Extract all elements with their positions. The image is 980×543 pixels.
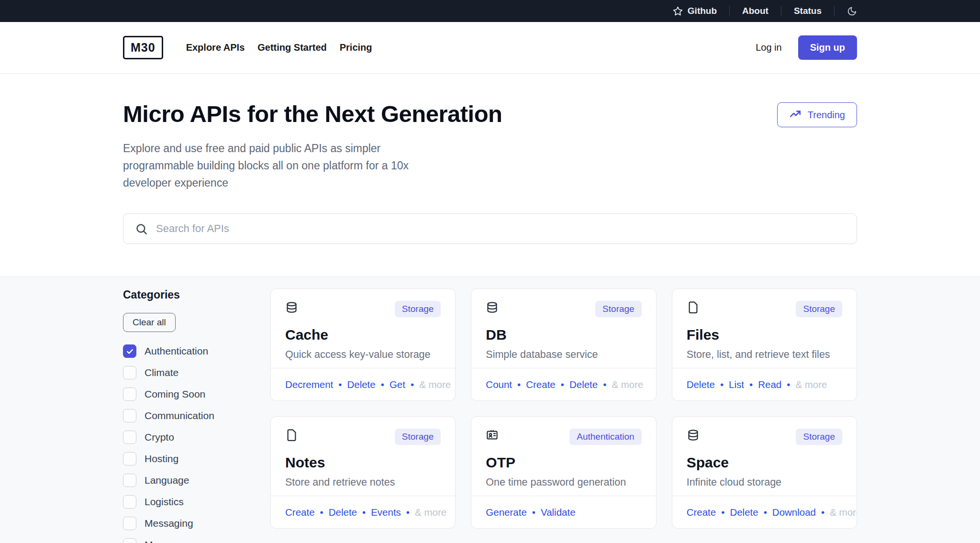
signup-button[interactable]: Sign up [798, 35, 857, 60]
category-row-crypto[interactable]: Crypto [123, 431, 251, 444]
category-label: Language [145, 475, 189, 486]
api-action-link[interactable]: Download [772, 507, 816, 518]
trending-button[interactable]: Trending [777, 102, 857, 127]
dot-separator: • [561, 379, 564, 390]
api-action-link[interactable]: Decrement [285, 379, 333, 390]
api-action-link[interactable]: Get [390, 379, 405, 390]
header: M30 Explore APIs Getting Started Pricing… [0, 22, 980, 74]
category-row-authentication[interactable]: Authentication [123, 344, 251, 358]
github-link[interactable]: Github [673, 6, 717, 16]
star-icon [673, 6, 683, 16]
api-title: OTP [486, 454, 641, 471]
hero-section: Micro APIs for the Next Generation Explo… [0, 74, 980, 244]
page-title: Micro APIs for the Next Generation [123, 100, 502, 127]
dot-separator: • [720, 379, 724, 390]
api-card-notes[interactable]: Storage Notes Store and retrieve notes C… [270, 416, 456, 529]
status-link[interactable]: Status [794, 6, 822, 16]
category-row-communication[interactable]: Communication [123, 409, 251, 422]
api-actions: Generate•Validate [471, 496, 656, 528]
category-row-coming-soon[interactable]: Coming Soon [123, 388, 251, 401]
more-label: & more [830, 507, 857, 518]
category-row-language[interactable]: Language [123, 474, 251, 487]
page-subtitle: Explore and use free and paid public API… [123, 140, 453, 191]
category-row-money[interactable]: Money [123, 538, 251, 543]
api-title: Space [687, 454, 842, 471]
api-description: Store and retrieve notes [285, 477, 441, 488]
dot-separator: • [338, 379, 342, 390]
category-badge: Storage [395, 429, 441, 445]
dot-separator: • [411, 379, 414, 390]
api-card-db[interactable]: Storage DB Simple database service Count… [471, 288, 656, 401]
clear-all-button[interactable]: Clear all [123, 313, 176, 332]
dot-separator: • [749, 379, 753, 390]
api-action-link[interactable]: List [729, 379, 744, 390]
theme-toggle[interactable] [847, 6, 857, 16]
api-action-link[interactable]: Generate [486, 507, 526, 518]
nav-pricing[interactable]: Pricing [340, 42, 372, 53]
api-actions: Delete•List•Read•& more [672, 368, 857, 400]
api-action-link[interactable]: Create [687, 507, 716, 518]
checkbox[interactable] [123, 495, 136, 509]
api-card-cache[interactable]: Storage Cache Quick access key-value sto… [270, 288, 456, 401]
category-row-logistics[interactable]: Logistics [123, 495, 251, 509]
api-card-files[interactable]: Storage Files Store, list, and retrieve … [672, 288, 857, 401]
dot-separator: • [821, 507, 824, 518]
api-title: DB [486, 327, 641, 343]
api-action-link[interactable]: Validate [541, 507, 576, 518]
api-description: Quick access key-value storage [285, 349, 441, 361]
about-link[interactable]: About [742, 6, 768, 16]
api-action-link[interactable]: Events [371, 507, 401, 518]
divider [729, 6, 730, 16]
category-badge: Authentication [569, 429, 641, 445]
more-label: & more [419, 379, 451, 390]
nav-explore-apis[interactable]: Explore APIs [186, 42, 245, 53]
logo[interactable]: M30 [123, 36, 163, 59]
search-input[interactable] [123, 213, 857, 244]
api-action-link[interactable]: Read [758, 379, 781, 390]
api-action-link[interactable]: Create [285, 507, 315, 518]
api-action-link[interactable]: Delete [730, 507, 758, 518]
checkbox[interactable] [123, 452, 136, 465]
file-icon [687, 301, 700, 314]
trending-label: Trending [808, 110, 845, 121]
divider [834, 6, 835, 16]
checkbox[interactable] [123, 388, 136, 401]
login-link[interactable]: Log in [756, 42, 782, 53]
checkbox[interactable] [123, 431, 136, 444]
status-label: Status [794, 6, 822, 16]
checkbox[interactable] [123, 409, 136, 422]
api-action-link[interactable]: Create [526, 379, 556, 390]
checkbox[interactable] [123, 474, 136, 487]
category-label: Logistics [145, 496, 184, 508]
api-description: One time password generation [486, 477, 641, 488]
dot-separator: • [320, 507, 323, 518]
api-action-link[interactable]: Delete [347, 379, 375, 390]
dot-separator: • [603, 379, 606, 390]
checkbox[interactable] [123, 517, 136, 530]
api-action-link[interactable]: Count [486, 379, 512, 390]
dot-separator: • [517, 379, 521, 390]
moon-icon [847, 6, 857, 16]
category-row-hosting[interactable]: Hosting [123, 452, 251, 465]
checkbox[interactable] [123, 538, 136, 543]
more-label: & more [795, 379, 827, 390]
dot-separator: • [362, 507, 366, 518]
api-action-link[interactable]: Delete [569, 379, 598, 390]
github-label: Github [688, 6, 717, 16]
checkbox[interactable] [123, 366, 136, 379]
category-row-climate[interactable]: Climate [123, 366, 251, 379]
api-title: Notes [285, 454, 441, 471]
categories-title: Categories [123, 288, 251, 301]
nav-getting-started[interactable]: Getting Started [257, 42, 326, 53]
api-action-link[interactable]: Delete [329, 507, 357, 518]
category-row-messaging[interactable]: Messaging [123, 517, 251, 530]
checkbox[interactable] [123, 344, 136, 358]
api-card-space[interactable]: Storage Space Infinite cloud storage Cre… [672, 416, 857, 529]
api-action-link[interactable]: Delete [687, 379, 715, 390]
api-description: Store, list, and retrieve text files [687, 349, 842, 361]
category-label: Crypto [145, 432, 174, 443]
api-actions: Create•Delete•Download•& more [672, 496, 857, 528]
api-card-otp[interactable]: Authentication OTP One time password gen… [471, 416, 656, 529]
main-nav: Explore APIs Getting Started Pricing [186, 42, 372, 53]
api-actions: Decrement•Delete•Get•& more [271, 368, 455, 400]
